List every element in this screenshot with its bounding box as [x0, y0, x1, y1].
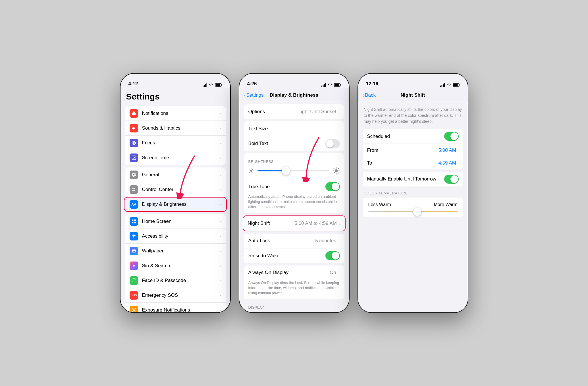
row-faceid[interactable]: Face ID & Passcode › — [125, 273, 226, 288]
boldtext-toggle[interactable] — [325, 139, 340, 148]
brightness-fill — [257, 170, 286, 171]
row-boldtext[interactable]: Bold Text — [244, 136, 344, 151]
truetone-toggle[interactable] — [325, 182, 340, 191]
brightness-slider[interactable] — [257, 170, 329, 171]
back-chevron-2: ‹ — [244, 92, 246, 98]
general-label: General — [142, 172, 219, 178]
brightness-thumb[interactable] — [282, 167, 290, 175]
general-icon — [130, 171, 138, 179]
emergencysos-label: Emergency SOS — [142, 292, 219, 298]
alwayson-value: On — [330, 270, 336, 275]
row-wallpaper[interactable]: Wallpaper › — [125, 244, 226, 258]
color-temp-section: COLOR TEMPERATURE Less Warm More Warm — [363, 189, 463, 217]
row-controlcenter[interactable]: Control Center › — [125, 182, 226, 197]
svg-point-10 — [132, 190, 134, 191]
to-value-container[interactable]: 4:59 AM › — [438, 160, 458, 166]
status-bar-3: 12:16 — [358, 74, 468, 88]
row-autolock[interactable]: Auto-Lock 5 minutes › — [244, 234, 344, 248]
row-textsize[interactable]: Text Size › — [244, 121, 344, 136]
emergencysos-chevron: › — [220, 293, 221, 298]
manual-enable-toggle[interactable] — [444, 175, 459, 184]
svg-point-31 — [334, 169, 338, 173]
row-screentime[interactable]: Screen Time › — [125, 150, 226, 165]
faceid-label: Face ID & Passcode — [142, 278, 219, 283]
row-display[interactable]: AA Display & Brightness › — [125, 197, 226, 212]
accessibility-chevron: › — [220, 234, 221, 238]
svg-rect-25 — [324, 84, 325, 87]
row-general[interactable]: General › — [125, 167, 226, 182]
row-options[interactable]: Options Light Until Sunset › — [244, 104, 344, 119]
svg-point-9 — [134, 188, 135, 189]
svg-rect-33 — [440, 86, 441, 87]
focus-icon — [130, 139, 138, 147]
screentime-chevron: › — [220, 155, 221, 160]
nightshift-description: Night Shift automatically shifts the col… — [358, 102, 468, 127]
wallpaper-chevron: › — [220, 249, 221, 253]
time-3: 12:16 — [366, 81, 378, 87]
screentime-icon — [130, 153, 138, 162]
nav-title-3: Night Shift — [401, 92, 425, 98]
color-temp-slider[interactable] — [368, 211, 458, 212]
from-label: From — [367, 148, 379, 153]
scheduled-toggle[interactable] — [444, 132, 459, 141]
back-button-3[interactable]: ‹ Back — [363, 92, 376, 98]
row-sounds[interactable]: Sounds & Haptics › — [125, 121, 226, 136]
raisetowake-toggle[interactable] — [325, 251, 340, 260]
focus-chevron: › — [220, 141, 221, 145]
from-value-container[interactable]: 5:00 AM › — [438, 148, 458, 153]
svg-rect-5 — [221, 84, 222, 86]
alwayson-label: Always On Display — [248, 270, 330, 275]
options-value: Light Until Sunset — [298, 109, 336, 115]
truetone-description: Automatically adapt iPhone display based… — [244, 194, 344, 213]
display-scroll[interactable]: Options Light Until Sunset › Text Size ›… — [239, 102, 349, 312]
to-row[interactable]: To 4:59 AM › — [363, 157, 463, 169]
back-label-2: Settings — [246, 92, 263, 98]
nightshift-value: 5:00 AM to 4:59 AM — [294, 221, 336, 226]
row-alwayson[interactable]: Always On Display On › — [244, 265, 344, 280]
row-notifications[interactable]: Notifications › — [125, 106, 226, 121]
wifi-icon-3 — [446, 83, 451, 87]
row-exposure[interactable]: Exposure Notifications › — [125, 303, 226, 312]
battery-icon-3 — [453, 83, 460, 87]
settings-group-3: Home Screen › Accessibility › Wallpaper … — [125, 214, 226, 312]
nav-title-2: Display & Brightness — [270, 92, 318, 98]
controlcenter-icon — [130, 185, 138, 194]
svg-rect-14 — [132, 222, 133, 223]
row-truetone[interactable]: True Tone — [244, 179, 344, 194]
sounds-label: Sounds & Haptics — [142, 125, 219, 131]
textsize-label: Text Size — [248, 126, 337, 132]
row-siri[interactable]: Siri & Search › — [125, 258, 226, 273]
sounds-icon — [130, 124, 138, 132]
row-emergencysos[interactable]: SOS Emergency SOS › — [125, 288, 226, 303]
nightshift-scroll[interactable]: Night Shift automatically shifts the col… — [358, 102, 468, 312]
siri-label: Siri & Search — [142, 263, 219, 269]
row-scheduled[interactable]: Scheduled — [363, 129, 463, 144]
svg-rect-34 — [441, 85, 442, 87]
brightness-slider-row — [248, 167, 340, 175]
phone-2: 4:26 ‹ Settings Display & Brightness Opt… — [239, 73, 350, 313]
row-nightshift[interactable]: Night Shift 5:00 AM to 4:59 AM › — [243, 216, 345, 231]
row-focus[interactable]: Focus › — [125, 136, 226, 150]
back-button-2[interactable]: ‹ Settings — [244, 92, 264, 98]
faceid-icon — [130, 276, 138, 285]
page-title-1: Settings — [120, 88, 230, 104]
row-raisetowake[interactable]: Raise to Wake — [244, 248, 344, 263]
row-homescreen[interactable]: Home Screen › — [125, 214, 226, 229]
raisetowake-label: Raise to Wake — [248, 253, 325, 259]
battery-icon-2 — [334, 83, 341, 87]
svg-rect-28 — [340, 84, 341, 86]
exposure-label: Exposure Notifications — [142, 307, 219, 313]
svg-point-8 — [132, 188, 134, 189]
color-temp-thumb[interactable] — [413, 208, 421, 216]
wifi-icon-2 — [328, 83, 332, 87]
svg-rect-26 — [325, 83, 326, 87]
row-manual-enable[interactable]: Manually Enable Until Tomorrow — [363, 172, 463, 186]
from-to-container[interactable]: From 5:00 AM › To 4:59 AM › — [363, 144, 463, 169]
wifi-icon — [209, 83, 213, 87]
svg-point-30 — [250, 170, 252, 172]
homescreen-icon — [130, 217, 138, 226]
svg-rect-12 — [132, 219, 133, 221]
row-accessibility[interactable]: Accessibility › — [125, 229, 226, 244]
autolock-label: Auto-Lock — [248, 238, 315, 244]
settings-scroll-1[interactable]: Settings Notifications › Sounds & Haptic… — [120, 88, 230, 312]
